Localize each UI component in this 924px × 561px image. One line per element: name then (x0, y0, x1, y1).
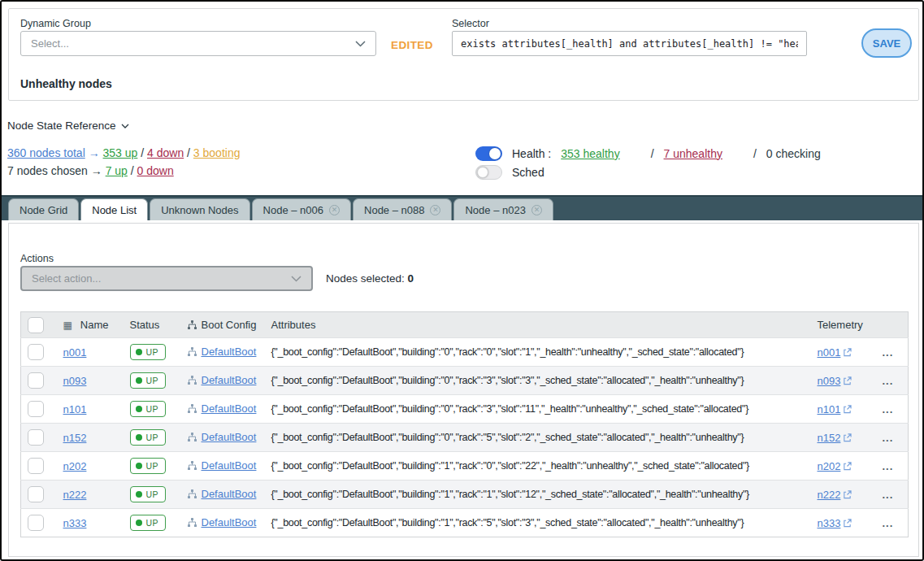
dynamic-group-select[interactable]: Select... (20, 31, 376, 56)
status-badge: UP (130, 486, 166, 502)
telemetry-link[interactable]: n001 (818, 346, 841, 359)
action-select[interactable]: Select action... (20, 266, 313, 291)
chevron-down-icon (121, 124, 129, 128)
arrow-right-icon: → (89, 146, 100, 159)
table-row[interactable]: n093 UP DefaultBoot {"_boot_config":"Def… (21, 367, 909, 395)
nodes-selected-count: 0 (408, 272, 414, 285)
status-badge: UP (130, 429, 166, 446)
boot-config-link[interactable]: DefaultBoot (202, 459, 257, 472)
booting-nodes-link[interactable]: 3 booting (193, 146, 241, 159)
table-row[interactable]: n222 UP DefaultBoot {"_boot_config":"Def… (21, 481, 909, 509)
unhealthy-nodes-link[interactable]: 7 unhealthy (664, 147, 722, 160)
row-checkbox[interactable] (28, 486, 44, 502)
external-link-icon (843, 490, 852, 499)
row-menu-button[interactable]: ... (876, 452, 909, 481)
down-nodes-link[interactable]: 4 down (147, 146, 184, 159)
node-table-body: n001 UP DefaultBoot {"_boot_config":"Def… (21, 338, 909, 537)
external-link-icon (843, 405, 852, 414)
tab-node-n023[interactable]: Node – n023 ✕ (453, 198, 553, 220)
status-dot-icon (136, 463, 142, 469)
close-icon[interactable]: ✕ (531, 205, 542, 215)
row-checkbox[interactable] (28, 401, 44, 417)
chosen-down-link[interactable]: 0 down (137, 164, 174, 177)
selector-input[interactable] (452, 31, 807, 56)
tab-node-grid[interactable]: Node Grid (8, 198, 79, 220)
tab-node-n006[interactable]: Node – n006 ✕ (252, 198, 351, 220)
boot-config-link[interactable]: DefaultBoot (202, 402, 257, 415)
status-dot-icon (136, 377, 142, 384)
tab-node-list[interactable]: Node List (80, 198, 148, 220)
dynamic-group-placeholder: Select... (31, 37, 69, 50)
row-checkbox[interactable] (28, 458, 44, 474)
status-badge: UP (130, 458, 166, 474)
telemetry-link[interactable]: n101 (818, 403, 841, 415)
row-checkbox[interactable] (28, 515, 44, 531)
boot-config-icon (187, 518, 197, 527)
status-column-header: Status (124, 312, 180, 338)
total-nodes-link[interactable]: 360 nodes total (7, 146, 85, 159)
table-row[interactable]: n152 UP DefaultBoot {"_boot_config":"Def… (21, 424, 909, 452)
select-all-checkbox[interactable] (28, 317, 44, 333)
row-menu-button[interactable]: ... (876, 509, 909, 537)
reference-collapse-header[interactable]: Node State Reference (7, 120, 129, 132)
node-name-link[interactable]: n101 (63, 403, 87, 415)
actions-label: Actions (20, 253, 54, 264)
node-name-link[interactable]: n152 (63, 432, 87, 444)
row-menu-button[interactable]: ... (876, 338, 909, 367)
node-table: ▦Name Status Boot Config Attributes Tele… (20, 311, 909, 537)
boot-config-link[interactable]: DefaultBoot (202, 346, 257, 358)
boot-config-link[interactable]: DefaultBoot (202, 516, 257, 528)
node-name-link[interactable]: n202 (63, 460, 87, 472)
telemetry-link[interactable]: n093 (818, 375, 841, 387)
node-name-link[interactable]: n222 (63, 489, 87, 501)
close-icon[interactable]: ✕ (329, 205, 340, 215)
total-stats-line: 360 nodes total → 353 up / 4 down / 3 bo… (7, 146, 240, 159)
telemetry-link[interactable]: n152 (818, 432, 841, 444)
attributes-json: {"_boot_config":"DefaultBoot","building"… (265, 452, 811, 481)
status-badge: UP (130, 515, 166, 531)
chosen-up-link[interactable]: 7 up (106, 164, 128, 177)
telemetry-link[interactable]: n222 (818, 489, 841, 501)
row-menu-button[interactable]: ... (876, 395, 909, 424)
row-checkbox[interactable] (28, 372, 44, 389)
healthy-nodes-link[interactable]: 353 healthy (561, 147, 619, 160)
boot-config-link[interactable]: DefaultBoot (202, 431, 257, 443)
row-menu-button[interactable]: ... (876, 424, 909, 452)
sched-toggle[interactable] (475, 165, 502, 180)
row-menu-button[interactable]: ... (876, 481, 909, 509)
chevron-down-icon (291, 276, 301, 282)
edited-badge: EDITED (391, 39, 433, 51)
close-icon[interactable]: ✕ (430, 205, 440, 215)
status-badge: UP (130, 401, 166, 417)
action-select-placeholder: Select action... (32, 272, 101, 285)
health-toggle-row: Health : 353 healthy / 7 unhealthy / 0 c… (475, 145, 821, 162)
health-toggle[interactable] (475, 146, 502, 161)
table-row[interactable]: n001 UP DefaultBoot {"_boot_config":"Def… (21, 338, 909, 367)
node-name-link[interactable]: n333 (63, 517, 87, 529)
boot-config-link[interactable]: DefaultBoot (202, 374, 257, 386)
attributes-json: {"_boot_config":"DefaultBoot","building"… (265, 367, 811, 395)
boot-config-link[interactable]: DefaultBoot (202, 488, 257, 500)
sched-label: Sched (512, 166, 544, 179)
external-link-icon (843, 376, 852, 385)
row-checkbox[interactable] (28, 344, 44, 360)
external-link-icon (843, 462, 852, 471)
row-checkbox[interactable] (28, 429, 44, 446)
external-link-icon (843, 519, 852, 528)
telemetry-link[interactable]: n202 (818, 460, 841, 472)
node-name-link[interactable]: n001 (63, 346, 87, 359)
telemetry-link[interactable]: n333 (818, 517, 841, 529)
save-button[interactable]: SAVE (861, 28, 912, 58)
attributes-json: {"_boot_config":"DefaultBoot","building"… (265, 338, 811, 367)
attributes-json: {"_boot_config":"DefaultBoot","building"… (265, 424, 811, 452)
table-row[interactable]: n101 UP DefaultBoot {"_boot_config":"Def… (21, 395, 909, 424)
table-row[interactable]: n202 UP DefaultBoot {"_boot_config":"Def… (21, 452, 909, 481)
up-nodes-link[interactable]: 353 up (103, 146, 138, 159)
tab-unknown-nodes[interactable]: Unknown Nodes (150, 198, 249, 220)
health-label: Health : (512, 147, 551, 160)
row-menu-button[interactable]: ... (876, 367, 909, 395)
table-row[interactable]: n333 UP DefaultBoot {"_boot_config":"Def… (21, 509, 909, 537)
tab-node-n088[interactable]: Node – n088 ✕ (353, 198, 452, 220)
node-name-link[interactable]: n093 (63, 375, 87, 387)
status-dot-icon (136, 491, 142, 498)
